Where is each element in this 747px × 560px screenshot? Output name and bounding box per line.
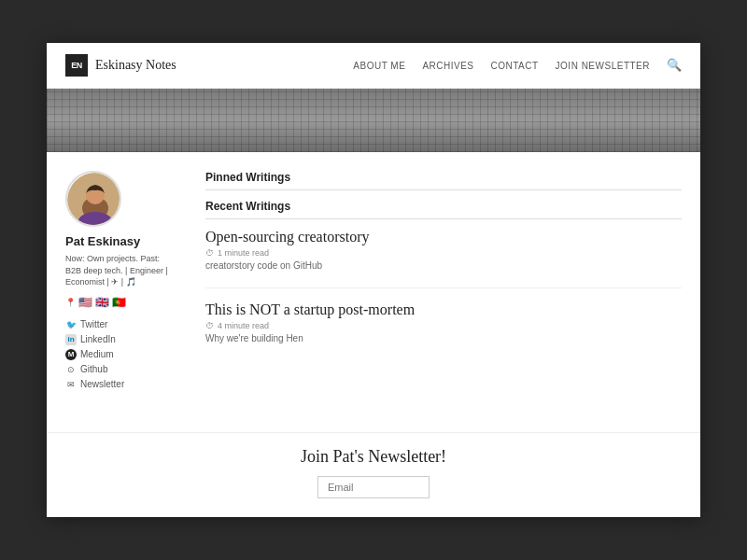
search-icon[interactable]: 🔍 [667,58,682,73]
github-label: Github [80,364,107,374]
newsletter-icon: ✉ [65,379,77,390]
nav-join-newsletter[interactable]: JOIN NEWSLETTER [556,61,650,71]
github-icon: ⊙ [65,364,77,375]
medium-icon: M [65,349,77,360]
email-input[interactable] [317,476,430,498]
clock-icon-0: ⏱ [205,248,214,258]
recent-section-title: Recent Writings [205,200,682,219]
twitter-label: Twitter [80,319,107,329]
logo-initials: EN [71,61,82,70]
content-area: Pinned Writings Recent Writings Open-sou… [196,171,682,404]
twitter-icon: 🐦 [65,319,77,330]
writing-item-0: Open-sourcing creatorstory ⏱ 1 minute re… [205,229,682,271]
main-content: Pat Eskinasy Now: Own projects. Past: B2… [47,152,700,432]
flag-gb: 🇬🇧 [95,296,109,310]
medium-label: Medium [80,349,114,359]
site-logo: EN Eskinasy Notes [65,54,176,77]
writing-title-1[interactable]: This is NOT a startup post-mortem [205,301,682,318]
nav-archives[interactable]: ARCHIVES [422,61,473,71]
writing-separator [205,287,682,288]
site-nav: ABOUT ME ARCHIVES CONTACT JOIN NEWSLETTE… [353,58,682,73]
avatar [67,173,121,227]
nav-contact[interactable]: CONTACT [491,61,539,71]
site-container: EN Eskinasy Notes ABOUT ME ARCHIVES CONT… [47,43,700,517]
flag-icons: 📍 🇺🇸 🇬🇧 🇵🇹 [65,296,177,310]
hero-banner-image [47,89,700,152]
pinned-section-title: Pinned Writings [205,171,682,190]
writing-title-0[interactable]: Open-sourcing creatorstory [205,229,682,245]
site-name: Eskinasy Notes [95,58,176,73]
writing-readtime-1: 4 minute read [218,321,269,330]
writing-desc-1: Why we're building Hen [205,333,682,343]
writing-meta-0: ⏱ 1 minute read [205,248,682,258]
social-link-medium[interactable]: M Medium [65,349,177,360]
flag-pt: 🇵🇹 [112,296,126,310]
newsletter-title: Join Pat's Newsletter! [65,447,682,467]
author-name: Pat Eskinasy [65,234,177,248]
page-wrapper: EN Eskinasy Notes ABOUT ME ARCHIVES CONT… [0,0,747,560]
writing-meta-1: ⏱ 4 minute read [205,321,682,330]
newsletter-section: Join Pat's Newsletter! [47,432,700,517]
location-icon: 📍 [65,298,76,307]
hero-banner [47,89,700,152]
writing-desc-0: creatorstory code on GitHub [205,260,682,271]
avatar-container [65,171,121,227]
nav-about-me[interactable]: ABOUT ME [353,61,405,71]
social-links: 🐦 Twitter in LinkedIn M Medium ⊙ Github [65,319,177,390]
flag-us: 🇺🇸 [78,296,92,310]
clock-icon-1: ⏱ [205,321,214,330]
site-header: EN Eskinasy Notes ABOUT ME ARCHIVES CONT… [47,43,700,89]
social-link-twitter[interactable]: 🐦 Twitter [65,319,177,330]
social-link-linkedin[interactable]: in LinkedIn [65,334,177,345]
writing-readtime-0: 1 minute read [218,248,269,258]
sidebar: Pat Eskinasy Now: Own projects. Past: B2… [65,171,196,404]
logo-box: EN [65,54,88,77]
author-bio: Now: Own projects. Past: B2B deep tech. … [65,253,177,288]
social-link-newsletter[interactable]: ✉ Newsletter [65,379,177,390]
linkedin-label: LinkedIn [80,334,116,344]
writing-item-1: This is NOT a startup post-mortem ⏱ 4 mi… [205,301,682,343]
social-link-github[interactable]: ⊙ Github [65,364,177,375]
newsletter-label: Newsletter [80,379,124,389]
linkedin-icon: in [65,334,77,345]
